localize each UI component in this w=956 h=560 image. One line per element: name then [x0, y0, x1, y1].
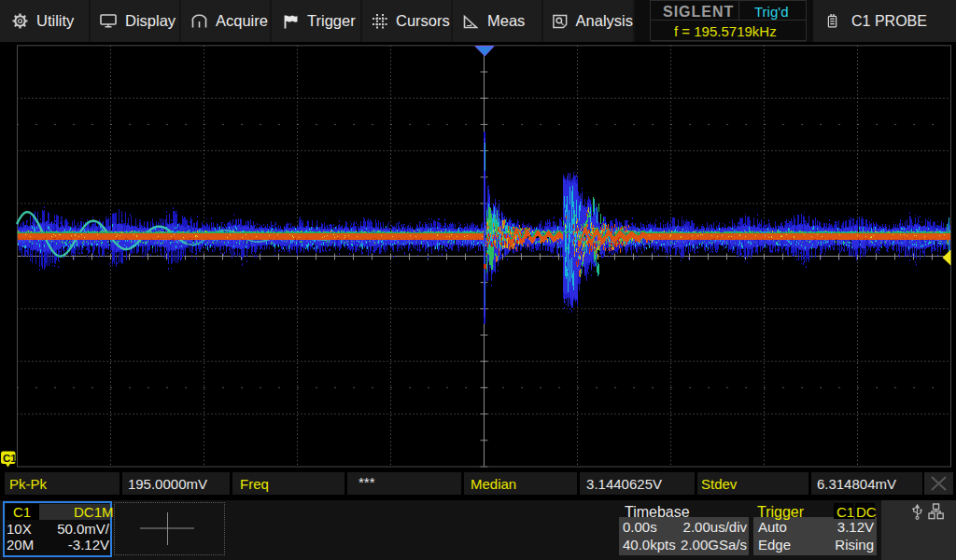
svg-text:C1: C1: [3, 453, 17, 464]
